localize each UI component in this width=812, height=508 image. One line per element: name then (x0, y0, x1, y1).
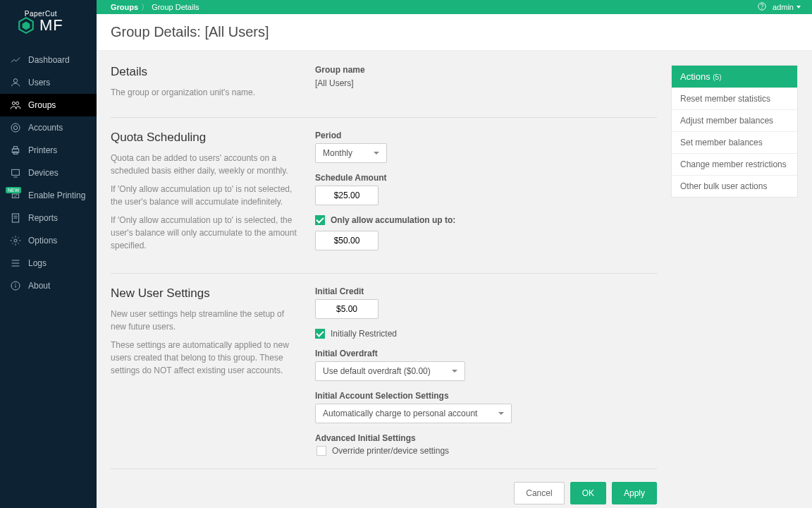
nav-label: Printers (28, 145, 57, 155)
action-adjust-balances[interactable]: Adjust member balances (672, 109, 797, 131)
nav-devices[interactable]: Devices (0, 162, 97, 184)
period-label: Period (315, 131, 657, 140)
breadcrumb: Groups 〉 Group Details (111, 2, 199, 13)
svg-point-2 (13, 79, 17, 83)
svg-point-4 (16, 102, 19, 104)
chevron-down-icon (498, 412, 504, 415)
group-name-label: Group name (315, 65, 657, 75)
nav-label: Users (28, 78, 50, 87)
chevron-down-icon (374, 152, 379, 155)
breadcrumb-current: Group Details (152, 3, 199, 11)
nav-dashboard[interactable]: Dashboard (0, 49, 97, 71)
action-change-restrictions[interactable]: Change member restrictions (672, 153, 797, 175)
override-checkbox[interactable] (316, 446, 326, 456)
period-value: Monthly (323, 148, 352, 158)
advanced-label: Advanced Initial Settings (315, 433, 657, 443)
sidebar: PaperCut MF Dashboard Users Groups Accou… (0, 0, 97, 508)
nav-label: Enable Printing (28, 190, 85, 200)
accumulation-label: Only allow accumulation up to: (331, 215, 455, 225)
quota-desc-3: If 'Only allow accumulation up to' is se… (111, 214, 301, 252)
actions-panel: Actions (5) Reset member statistics Adju… (671, 65, 798, 198)
svg-point-16 (14, 239, 17, 242)
initial-overdraft-select[interactable]: Use default overdraft ($0.00) (315, 361, 465, 381)
nav-enable-printing[interactable]: NEW Enable Printing (0, 184, 97, 207)
action-reset-stats[interactable]: Reset member statistics (672, 87, 797, 109)
section-details: Details The group or organization unit's… (111, 65, 657, 118)
nav-label: Devices (28, 168, 59, 178)
action-other-bulk[interactable]: Other bulk user actions (672, 175, 797, 197)
initially-restricted-checkbox[interactable] (315, 329, 325, 339)
content-wrap: Details The group or organization unit's… (97, 51, 812, 508)
quota-heading: Quota Scheduling (111, 131, 301, 145)
logo-icon (17, 16, 35, 35)
logs-icon (10, 258, 21, 269)
initial-overdraft-value: Use default overdraft ($0.00) (323, 366, 431, 376)
nav-label: Groups (28, 100, 56, 110)
period-select[interactable]: Monthly (315, 143, 387, 163)
svg-point-5 (11, 123, 20, 132)
svg-point-22 (16, 284, 16, 284)
svg-point-6 (13, 126, 17, 129)
main: Groups 〉 Group Details admin Group Detai… (97, 0, 812, 508)
nav-accounts[interactable]: Accounts (0, 116, 97, 139)
nav-label: Accounts (28, 123, 63, 133)
nav-list: Dashboard Users Groups Accounts Printers… (0, 49, 97, 297)
printer-icon (10, 145, 21, 156)
nav-label: Reports (28, 213, 58, 223)
chevron-down-icon (452, 370, 457, 373)
newuser-desc-2: These settings are automatically applied… (111, 339, 301, 377)
svg-rect-8 (13, 147, 17, 149)
initial-overdraft-label: Initial Overdraft (315, 349, 657, 358)
initial-credit-label: Initial Credit (315, 286, 657, 296)
apply-button[interactable]: Apply (612, 482, 657, 504)
nav-label: Dashboard (28, 55, 70, 65)
dashboard-icon (10, 54, 21, 66)
svg-rect-10 (12, 169, 20, 175)
svg-point-3 (12, 102, 15, 104)
initial-credit-input[interactable] (315, 299, 379, 319)
nav-about[interactable]: About (0, 274, 97, 297)
cancel-button[interactable]: Cancel (514, 482, 564, 504)
breadcrumb-root[interactable]: Groups (111, 3, 138, 11)
info-icon (10, 280, 21, 291)
action-set-balances[interactable]: Set member balances (672, 131, 797, 153)
accumulation-checkbox[interactable] (315, 215, 325, 225)
devices-icon (10, 167, 21, 179)
page-title: Group Details: [All Users] (97, 14, 812, 51)
topbar-right: admin (757, 1, 801, 13)
svg-rect-7 (12, 149, 18, 152)
brand-sub-text: MF (39, 16, 63, 35)
nav-options[interactable]: Options (0, 229, 97, 252)
initial-account-select[interactable]: Automatically charge to personal account (315, 404, 512, 423)
breadcrumb-separator: 〉 (141, 2, 149, 13)
footer-buttons: Cancel OK Apply (111, 469, 657, 508)
topbar: Groups 〉 Group Details admin (97, 0, 812, 14)
nav-label: Options (28, 236, 57, 246)
accounts-icon (10, 122, 21, 133)
nav-users[interactable]: Users (0, 71, 97, 94)
quota-desc-2: If 'Only allow accumulation up to' is no… (111, 183, 301, 208)
right-panel: Actions (5) Reset member statistics Adju… (671, 51, 812, 508)
users-icon (10, 77, 21, 88)
help-icon[interactable] (757, 1, 767, 13)
user-label: admin (773, 3, 794, 11)
svg-point-24 (762, 8, 763, 9)
ok-button[interactable]: OK (570, 482, 606, 504)
nav-reports[interactable]: Reports (0, 207, 97, 229)
svg-marker-1 (23, 22, 30, 30)
details-heading: Details (111, 65, 301, 79)
initial-account-value: Automatically charge to personal account (323, 409, 477, 418)
schedule-amount-input[interactable] (315, 186, 379, 205)
nav-logs[interactable]: Logs (0, 252, 97, 274)
nav-label: Logs (28, 258, 47, 268)
gear-icon (10, 235, 21, 246)
section-newuser: New User Settings New user settings help… (111, 274, 657, 469)
accumulation-amount-input[interactable] (315, 231, 379, 250)
nav-label: About (28, 281, 50, 291)
nav-groups[interactable]: Groups (0, 94, 97, 116)
newuser-desc-1: New user settings help streamline the se… (111, 308, 301, 333)
user-menu[interactable]: admin (773, 3, 801, 11)
groups-icon (10, 99, 21, 111)
nav-printers[interactable]: Printers (0, 139, 97, 162)
group-name-value: [All Users] (315, 78, 354, 88)
